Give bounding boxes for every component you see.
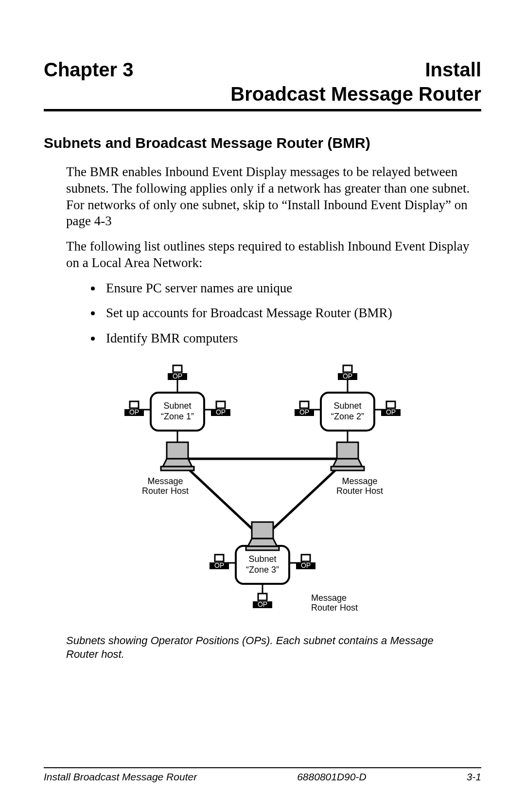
footer-rule [44, 767, 481, 768]
diagram-svg: Subnet “Zone 1” OP OP OP Message Router … [102, 359, 423, 612]
op-label: OP [386, 408, 396, 416]
network-diagram: Subnet “Zone 1” OP OP OP Message Router … [44, 359, 481, 612]
zone1-label-line2: “Zone 1” [161, 412, 194, 421]
op-label: OP [301, 561, 311, 569]
para-2: The following list outlines steps requir… [66, 238, 481, 271]
chapter-number: Chapter 3 [44, 58, 134, 81]
figure-caption: Subnets showing Operator Positions (OPs)… [66, 634, 452, 662]
op-label: OP [299, 408, 309, 416]
footer-left: Install Broadcast Message Router [44, 771, 197, 783]
host-label-line1: Message [311, 593, 347, 603]
op-label: OP [173, 372, 182, 380]
chapter-title-line2: Broadcast Message Router [44, 83, 481, 105]
zone2-label-line2: “Zone 2” [331, 412, 364, 421]
page-footer: Install Broadcast Message Router 6880801… [44, 767, 481, 783]
zone-2-group: Subnet “Zone 2” OP OP OP Message Router … [295, 365, 401, 496]
para-1: The BMR enables Inbound Event Display me… [66, 164, 481, 230]
footer-center: 6880801D90-D [297, 771, 366, 783]
op-label: OP [258, 600, 267, 608]
bullet-item: Ensure PC server names are unique [102, 280, 481, 297]
bullet-item: Set up accounts for Broadcast Message Ro… [102, 305, 481, 322]
chapter-header: Chapter 3 Install [44, 58, 481, 81]
op-label: OP [343, 372, 352, 380]
op-label: OP [129, 408, 139, 416]
host-pc-icon [331, 442, 364, 470]
bullet-item: Identify BMR computers [102, 330, 481, 347]
zone3-label-line1: Subnet [248, 554, 276, 564]
host-label-line1: Message [147, 476, 183, 486]
host-label-line2: Router Host [311, 603, 358, 612]
zone2-label-line1: Subnet [333, 401, 361, 411]
host-pc-icon [161, 442, 194, 470]
zone-3-group: Subnet “Zone 3” OP OP OP Message Router … [210, 522, 358, 612]
footer-right: 3-1 [467, 771, 481, 783]
zone-1-group: Subnet “Zone 1” OP OP OP Message Router … [124, 365, 230, 496]
zone3-label-line2: “Zone 3” [246, 565, 279, 575]
op-label: OP [216, 408, 226, 416]
zone1-label-line1: Subnet [163, 401, 191, 411]
op-label: OP [214, 561, 224, 569]
bullet-list: Ensure PC server names are unique Set up… [102, 280, 481, 347]
host-label-line2: Router Host [336, 486, 383, 496]
host-label-line2: Router Host [142, 486, 189, 496]
host-label-line1: Message [342, 476, 377, 486]
section-heading: Subnets and Broadcast Message Router (BM… [44, 135, 481, 151]
header-rule [44, 109, 481, 111]
chapter-title-word1: Install [425, 58, 481, 81]
